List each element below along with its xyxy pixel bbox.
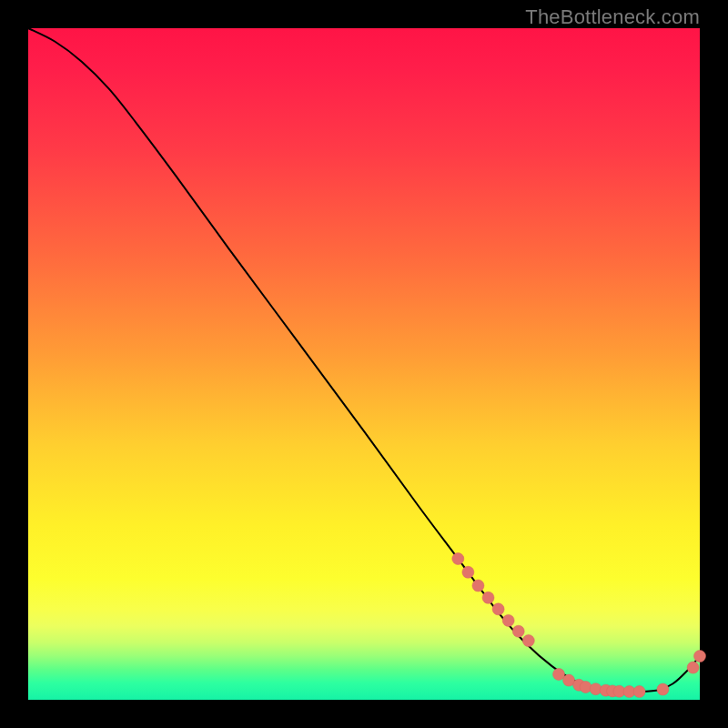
data-point bbox=[472, 580, 484, 592]
data-point bbox=[657, 683, 669, 695]
data-point bbox=[522, 635, 534, 647]
plot-area bbox=[28, 28, 700, 700]
data-point bbox=[452, 553, 464, 565]
data-point bbox=[687, 662, 699, 673]
data-point bbox=[694, 651, 706, 662]
data-point bbox=[512, 625, 524, 637]
bottleneck-curve-line bbox=[28, 28, 700, 692]
data-point bbox=[492, 603, 504, 615]
chart-svg bbox=[28, 28, 700, 700]
watermark-text: TheBottleneck.com bbox=[525, 5, 700, 29]
highlighted-points-group bbox=[452, 553, 706, 698]
data-point bbox=[553, 668, 565, 680]
chart-stage: TheBottleneck.com bbox=[0, 0, 728, 728]
data-point bbox=[580, 681, 592, 693]
data-point bbox=[482, 592, 494, 603]
data-point bbox=[502, 614, 514, 626]
data-point bbox=[462, 566, 474, 578]
data-point bbox=[633, 686, 645, 698]
